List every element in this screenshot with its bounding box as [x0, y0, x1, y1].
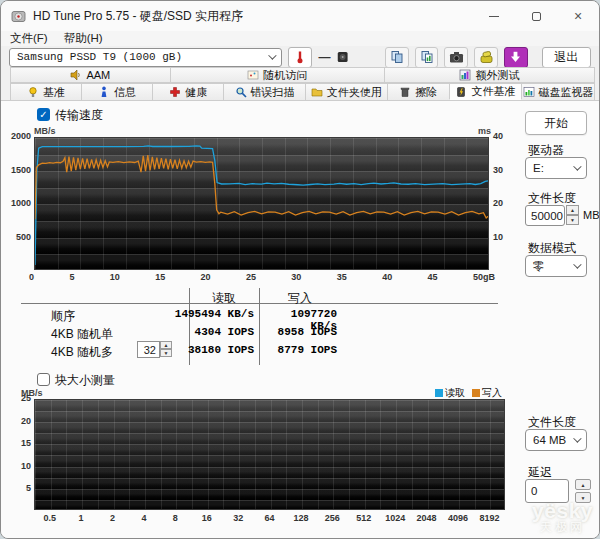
chevron-down-icon [573, 260, 581, 268]
axis-tick: 1024 [379, 513, 410, 523]
data-mode-value: 零 [533, 259, 545, 274]
data-mode-dropdown[interactable]: 零 [525, 255, 587, 277]
tab-disk-monitor[interactable]: 磁盘监视器 [521, 83, 595, 100]
series-写入 [35, 155, 488, 219]
save-button[interactable] [474, 47, 498, 68]
axis-tick: 40 [382, 272, 392, 282]
spinner-up-icon[interactable]: ▲ [566, 205, 579, 215]
axis-tick: 8192 [474, 513, 505, 523]
file-length-spinner[interactable]: ▲ ▼ [566, 205, 579, 225]
spinner-down-icon[interactable]: ▼ [566, 215, 579, 225]
top-chart-y-unit-right: ms [478, 126, 491, 136]
minimize-button[interactable] [473, 1, 515, 31]
tab-benchmark[interactable]: 基准 [10, 83, 82, 100]
copy-image-button[interactable] [415, 47, 439, 68]
close-button[interactable]: × [557, 1, 599, 31]
file-length-value: 50000 [531, 210, 563, 222]
menu-bar: 文件(F) 帮助(H) [1, 31, 599, 46]
legend-read-label: 读取 [445, 387, 465, 398]
chevron-down-icon [573, 434, 581, 442]
start-button[interactable]: 开始 [525, 111, 587, 135]
copy-text-button[interactable] [385, 47, 409, 68]
magnifier-icon [235, 86, 247, 98]
tab-health[interactable]: 健康 [152, 83, 224, 100]
spinner-up-icon[interactable]: ▲ [575, 479, 591, 490]
tab-label: AAM [86, 69, 110, 81]
file-length-input[interactable]: 50000 [525, 205, 565, 226]
block-size-checkbox[interactable] [37, 373, 50, 386]
axis-tick: 1500 [3, 165, 31, 175]
tab-file-benchmark[interactable]: 文件基准 [449, 83, 522, 100]
tab-label: 信息 [114, 85, 136, 100]
drive-dropdown-value: E: [533, 162, 544, 174]
top-chart-y-axis-left: 200015001000500 [3, 131, 31, 242]
drive-select-combo[interactable]: Samsung PSSD T9 (1000 gB) [9, 48, 282, 67]
axis-tick: 32 [222, 513, 253, 523]
close-icon: × [574, 9, 582, 23]
menu-file[interactable]: 文件(F) [10, 31, 48, 46]
download-button[interactable] [504, 47, 528, 68]
tab-extra-tests[interactable]: 额外测试 [384, 67, 595, 83]
table-row-label-sequential: 顺序 [51, 308, 75, 325]
legend-read-swatch [435, 389, 443, 397]
axis-tick: 2000 [3, 131, 31, 141]
transfer-speed-series [35, 138, 488, 269]
tab-folder-usage[interactable]: 文件夹使用 [305, 83, 388, 100]
legend-write: 写入 [472, 386, 502, 400]
thermometer-icon [294, 50, 306, 64]
axis-tick: 35 [337, 272, 347, 282]
tab-info[interactable]: 信息 [81, 83, 153, 100]
tab-error-scan[interactable]: 错误扫描 [223, 83, 306, 100]
copy-icon [390, 50, 404, 64]
tab-aam[interactable]: AAM [10, 67, 171, 83]
delay-spinner[interactable]: ▲ ▼ [575, 479, 591, 503]
axis-tick: 30 [291, 272, 301, 282]
block-size-series [35, 400, 504, 509]
camera-icon [449, 51, 464, 64]
transfer-speed-label: 传输速度 [55, 107, 103, 124]
disk-status-icon [337, 51, 348, 63]
axis-tick: 25 [246, 272, 256, 282]
drive-select-value: Samsung PSSD T9 (1000 gB) [17, 51, 182, 63]
axis-tick: 4096 [442, 513, 473, 523]
chevron-down-icon [268, 51, 276, 59]
axis-tick: 15 [9, 438, 31, 448]
axis-tick: 1000 [3, 198, 31, 208]
top-chart-y-axis-right: 40302010 [493, 131, 511, 242]
bottom-chart-x-axis: 0.512481632641282565121024204840968192 [34, 513, 505, 523]
menu-help[interactable]: 帮助(H) [64, 31, 103, 46]
axis-tick: 50gB [473, 272, 495, 282]
file-length2-dropdown[interactable]: 64 MB [525, 429, 587, 451]
axis-tick: 10 [110, 272, 120, 282]
tab-label: 额外测试 [475, 68, 519, 83]
axis-tick: 0.5 [34, 513, 65, 523]
drive-dropdown[interactable]: E: [525, 157, 587, 179]
sequential-read-value: 1495494 KB/s [97, 308, 254, 320]
spinner-down-icon[interactable]: ▼ [575, 492, 591, 503]
transfer-speed-checkbox[interactable]: ✓ [37, 108, 50, 121]
download-arrow-icon [510, 51, 521, 63]
legend-write-swatch [472, 389, 480, 397]
temperature-button[interactable] [288, 47, 312, 68]
random-multi-write-value: 8779 IOPS [263, 344, 337, 356]
axis-tick: 500 [3, 232, 31, 242]
axis-tick: 30 [493, 165, 511, 175]
delay-input[interactable]: 0 [525, 479, 569, 503]
tab-label: 基准 [43, 85, 65, 100]
tab-label: 文件夹使用 [327, 85, 382, 100]
axis-tick: 10 [9, 461, 31, 471]
screenshot-button[interactable] [444, 47, 468, 68]
disk-monitor-icon [523, 86, 535, 98]
series-读取 [35, 146, 488, 265]
tab-erase[interactable]: 擦除 [387, 83, 450, 100]
maximize-button[interactable] [515, 1, 557, 31]
app-icon [11, 9, 26, 24]
axis-tick: 256 [317, 513, 348, 523]
tab-random-access[interactable]: 随机访问 [170, 67, 385, 83]
tab-label: 健康 [185, 85, 207, 100]
exit-button[interactable]: 退出 [542, 47, 591, 68]
maximize-icon [532, 12, 541, 21]
temperature-value: — [318, 50, 331, 64]
file-length-unit: MB [583, 209, 600, 221]
top-chart-x-axis: 05101520253035404550gB [29, 272, 495, 282]
